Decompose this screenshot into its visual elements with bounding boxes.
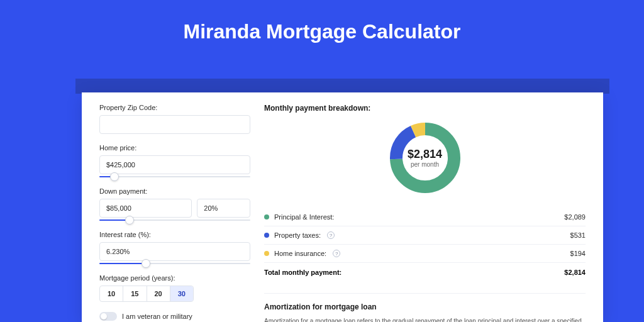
interest-group: Interest rate (%):: [99, 231, 250, 264]
legend-total-row: Total monthly payment: $2,814: [264, 263, 586, 282]
zip-group: Property Zip Code:: [99, 104, 250, 134]
donut-chart: $2,814 per month: [264, 120, 586, 196]
period-option-15[interactable]: 15: [123, 286, 147, 301]
breakdown-panel: Monthly payment breakdown: $2,814 per mo…: [264, 104, 586, 322]
amortization-title: Amortization for mortgage loan: [264, 303, 586, 311]
down-payment-label: Down payment:: [99, 187, 250, 195]
donut-sub: per month: [411, 161, 439, 168]
period-option-30[interactable]: 30: [170, 286, 193, 301]
input-panel: Property Zip Code: Home price: Down paym…: [99, 104, 250, 322]
down-payment-amount-input[interactable]: [99, 199, 192, 218]
legend-dot: [264, 233, 269, 238]
home-price-slider-thumb[interactable]: [110, 172, 119, 181]
home-price-slider[interactable]: [99, 176, 250, 177]
period-group: Mortgage period (years): 10152030: [99, 274, 250, 302]
period-option-20[interactable]: 20: [147, 286, 170, 301]
legend-value: $2,089: [564, 213, 586, 221]
home-price-input[interactable]: [99, 155, 250, 174]
donut-amount: $2,814: [408, 148, 442, 161]
period-label: Mortgage period (years):: [99, 274, 250, 282]
zip-label: Property Zip Code:: [99, 104, 250, 111]
amortization-section: Amortization for mortgage loan Amortizat…: [264, 293, 586, 322]
legend-dot: [264, 214, 269, 219]
interest-slider-fill: [99, 263, 146, 264]
period-option-10[interactable]: 10: [100, 286, 123, 301]
header-banner: [75, 79, 609, 94]
home-price-label: Home price:: [99, 144, 250, 152]
legend-label: Principal & Interest:: [274, 213, 334, 221]
legend-dot: [264, 251, 269, 256]
legend-total-value: $2,814: [564, 269, 586, 276]
legend-label: Home insurance:: [274, 250, 326, 257]
interest-label: Interest rate (%):: [99, 231, 250, 238]
legend-label: Property taxes:: [274, 231, 321, 239]
veteran-row: I am veteran or military: [99, 312, 250, 321]
interest-slider-thumb[interactable]: [142, 259, 150, 268]
down-payment-group: Down payment:: [99, 187, 250, 221]
home-price-group: Home price:: [99, 144, 250, 177]
legend-row-1: Property taxes:?$531: [264, 226, 586, 245]
info-icon[interactable]: ?: [333, 250, 340, 257]
down-payment-slider[interactable]: [99, 219, 250, 221]
legend-total-label: Total monthly payment:: [264, 269, 341, 276]
amortization-text: Amortization for a mortgage loan refers …: [264, 316, 586, 322]
legend-value: $531: [570, 231, 586, 239]
page-title: Miranda Mortgage Calculator: [0, 20, 644, 43]
calculator-card: Property Zip Code: Home price: Down paym…: [82, 92, 603, 322]
period-options: 10152030: [99, 286, 194, 302]
veteran-toggle-knob: [101, 313, 107, 319]
info-icon[interactable]: ?: [327, 231, 335, 239]
veteran-label: I am veteran or military: [122, 313, 192, 320]
legend-value: $194: [570, 250, 586, 257]
interest-input[interactable]: [99, 242, 250, 261]
interest-slider[interactable]: [99, 263, 250, 264]
down-payment-pct-input[interactable]: [197, 199, 250, 218]
legend-row-2: Home insurance:?$194: [264, 245, 586, 263]
breakdown-title: Monthly payment breakdown:: [264, 104, 586, 113]
veteran-toggle[interactable]: [99, 312, 117, 321]
down-payment-slider-thumb[interactable]: [125, 216, 134, 225]
donut-center: $2,814 per month: [387, 120, 463, 196]
zip-input[interactable]: [99, 115, 250, 134]
legend-row-0: Principal & Interest:$2,089: [264, 208, 586, 226]
legend: Principal & Interest:$2,089Property taxe…: [264, 208, 586, 263]
